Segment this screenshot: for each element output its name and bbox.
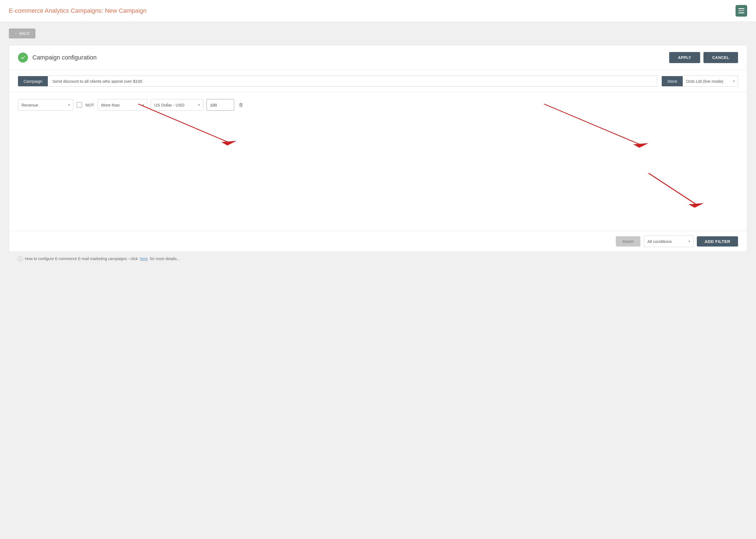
- store-select-wrapper: Octo Ltd (live mode): [683, 76, 738, 87]
- campaign-name-input[interactable]: [48, 76, 657, 87]
- menu-icon-bar: [738, 11, 744, 11]
- annotation-arrows: [9, 92, 747, 231]
- info-bar: i How to configure E-commerce E-mail mar…: [9, 252, 747, 266]
- campaign-field-label: Campaign: [18, 76, 48, 86]
- match-button[interactable]: Match: [616, 236, 641, 247]
- arrows-svg: [9, 92, 747, 231]
- trash-icon: 🗑: [239, 102, 243, 108]
- menu-icon-bar: [738, 13, 744, 13]
- amount-input[interactable]: [207, 99, 234, 111]
- info-icon: i: [18, 256, 23, 261]
- card-title: Campaign configuration: [33, 54, 97, 61]
- campaign-config-card: Campaign configuration APPLY CANCEL Camp…: [9, 45, 747, 252]
- all-conditions-select[interactable]: All conditions Any condition: [644, 235, 694, 247]
- header-campaign-name: New Campaign: [105, 7, 146, 14]
- all-conditions-wrapper: All conditions Any condition: [644, 235, 694, 247]
- svg-marker-3: [633, 143, 649, 148]
- add-filter-button[interactable]: ADD FILTER: [697, 236, 738, 247]
- campaign-row: Campaign Store Octo Ltd (live mode): [9, 70, 747, 92]
- info-link[interactable]: here: [140, 257, 148, 261]
- info-text-before: How to configure E-commerce E-mail marke…: [25, 257, 138, 261]
- cancel-button[interactable]: CANCEL: [704, 52, 738, 63]
- condition-select[interactable]: More than Less than Equals Between: [98, 99, 147, 111]
- currency-select-wrapper: US Dollar - USD Euro - EUR British Pound…: [151, 99, 203, 111]
- card-header: Campaign configuration APPLY CANCEL: [9, 45, 747, 70]
- menu-icon-bar: [738, 8, 744, 9]
- back-button[interactable]: ← BACK: [9, 29, 35, 38]
- header: E-commerce Analytics Campaigns: New Camp…: [0, 0, 756, 22]
- apply-button[interactable]: APPLY: [669, 52, 700, 63]
- checkmark-svg: [20, 55, 26, 60]
- filter-area: Revenue Orders Sessions NOT More than Le…: [9, 92, 747, 231]
- check-icon: [18, 52, 28, 62]
- svg-marker-5: [689, 203, 704, 208]
- currency-select[interactable]: US Dollar - USD Euro - EUR British Pound…: [151, 99, 203, 111]
- delete-filter-button[interactable]: 🗑: [238, 101, 245, 109]
- info-text-after: for more details...: [150, 257, 180, 261]
- store-select[interactable]: Octo Ltd (live mode): [683, 76, 738, 87]
- menu-button[interactable]: [735, 5, 747, 17]
- svg-line-4: [649, 173, 698, 205]
- svg-marker-1: [221, 141, 237, 146]
- main-content: ← BACK Campaign configuration APPLY CANC…: [0, 22, 756, 272]
- back-label: ← BACK: [14, 31, 30, 36]
- field-select[interactable]: Revenue Orders Sessions: [18, 99, 73, 111]
- header-title-prefix: E-commerce Analytics Campaigns:: [9, 7, 105, 14]
- filter-row: Revenue Orders Sessions NOT More than Le…: [18, 99, 738, 111]
- not-checkbox[interactable]: [77, 102, 82, 108]
- field-select-wrapper: Revenue Orders Sessions: [18, 99, 73, 111]
- condition-select-wrapper: More than Less than Equals Between: [98, 99, 147, 111]
- card-actions: APPLY CANCEL: [669, 52, 738, 63]
- card-footer: Match All conditions Any condition ADD F…: [9, 231, 747, 252]
- store-field-label: Store: [662, 76, 683, 86]
- card-title-area: Campaign configuration: [18, 52, 97, 62]
- not-label: NOT: [86, 103, 94, 107]
- header-title: E-commerce Analytics Campaigns: New Camp…: [9, 7, 147, 14]
